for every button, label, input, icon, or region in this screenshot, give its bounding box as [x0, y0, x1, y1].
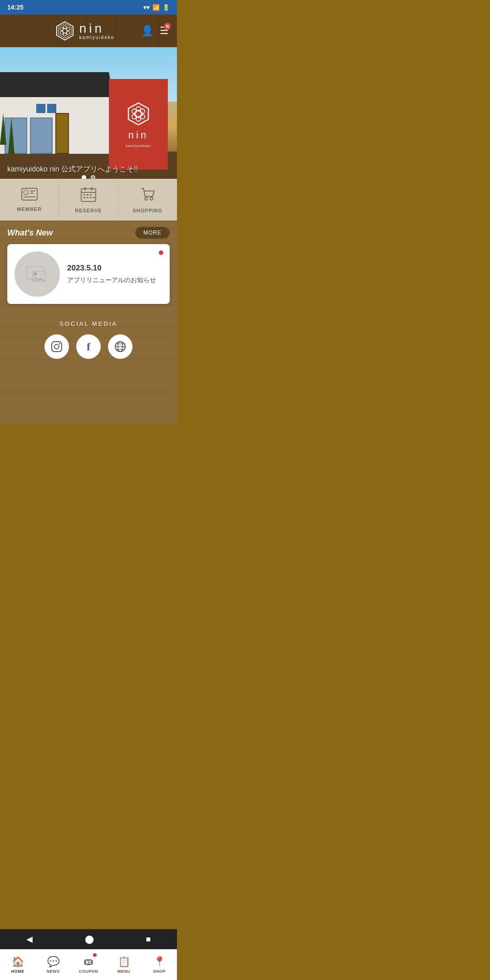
reserve-label: RESERVE — [75, 208, 102, 213]
hero-pagination-dots — [82, 175, 95, 179]
news-date: 2023.5.10 — [67, 264, 162, 273]
svg-rect-30 — [87, 197, 88, 198]
logo-hex-icon — [55, 21, 75, 41]
website-button[interactable] — [108, 334, 132, 359]
svg-rect-31 — [90, 197, 92, 198]
hero-banner: nin kamiyuidoko kamiyuidoko nin 公式アプリへよう… — [0, 47, 177, 179]
svg-point-33 — [145, 197, 147, 200]
tree-icon — [8, 118, 15, 154]
header-actions[interactable]: 👤 ☰ N — [141, 25, 169, 37]
member-icon — [21, 188, 38, 204]
more-button[interactable]: MORE — [135, 227, 170, 239]
app-header: nin kamiyuidoko 👤 ☰ N — [0, 15, 177, 47]
news-content: 2023.5.10 アプリリニューアルのお知らせ — [67, 264, 162, 284]
facebook-icon: f — [87, 341, 90, 353]
svg-rect-18 — [24, 190, 28, 195]
shopping-menu-item[interactable]: SHOPPING — [118, 179, 177, 220]
hero-caption: kamiyuidoko nin 公式アプリへようこそ!! — [7, 165, 138, 174]
social-icons-row: f — [44, 334, 132, 359]
menu-badge: N — [164, 23, 171, 30]
shopping-icon — [140, 186, 155, 205]
social-label: SOCIAL MEDIA — [59, 320, 118, 327]
svg-rect-38 — [52, 342, 62, 352]
svg-rect-32 — [93, 197, 95, 198]
news-unread-indicator — [159, 250, 163, 255]
news-text: アプリリニューアルのお知らせ — [67, 276, 162, 284]
header-logo: nin kamiyuidoko — [55, 21, 115, 41]
svg-rect-28 — [90, 194, 92, 196]
svg-rect-26 — [83, 194, 85, 196]
shopping-label: SHOPPING — [132, 208, 162, 213]
logo-name: nin — [79, 22, 115, 35]
reserve-menu-item[interactable]: RESERVE — [59, 179, 118, 220]
social-section: SOCIAL MEDIA f — [0, 311, 177, 370]
menu-icon[interactable]: ☰ N — [160, 25, 169, 37]
hero-roof — [0, 72, 113, 97]
svg-point-4 — [66, 28, 69, 31]
svg-rect-23 — [84, 187, 86, 191]
member-menu-item[interactable]: MEMBER — [0, 179, 59, 220]
profile-icon[interactable]: 👤 — [141, 25, 153, 37]
hero-dot-1[interactable] — [82, 175, 86, 179]
status-bar: 14:25 ▾▾ 📶 🔋 — [0, 0, 177, 15]
facebook-button[interactable]: f — [76, 334, 101, 359]
svg-rect-29 — [83, 197, 85, 198]
svg-point-39 — [54, 344, 59, 349]
hero-large-window — [30, 118, 53, 154]
svg-rect-19 — [30, 191, 35, 191]
hero-window — [36, 104, 45, 113]
status-icons: ▾▾ 📶 🔋 — [143, 4, 170, 11]
whats-new-header: What's New MORE — [0, 220, 177, 244]
instagram-button[interactable] — [44, 334, 69, 359]
status-time: 14:25 — [7, 4, 24, 11]
tree-icon — [0, 113, 6, 145]
brand-banner-text: nin — [128, 129, 148, 141]
reserve-icon — [81, 186, 96, 205]
hero-building-wall — [0, 95, 109, 154]
svg-marker-0 — [57, 22, 73, 40]
whats-new-section: What's New MORE 2023.5.10 アプリリニューアルのお知らせ… — [0, 220, 177, 424]
svg-point-5 — [66, 31, 69, 34]
svg-point-37 — [34, 272, 37, 276]
hero-dot-2[interactable] — [91, 175, 95, 179]
hero-trees — [0, 113, 15, 154]
logo-sub: kamiyuidoko — [79, 35, 115, 40]
svg-point-8 — [60, 28, 63, 31]
hero-window — [47, 104, 56, 113]
svg-rect-24 — [91, 187, 93, 191]
quick-menu: MEMBER RESERVE — [0, 179, 177, 220]
bottom-spacer — [0, 370, 177, 424]
svg-rect-27 — [87, 194, 88, 196]
svg-point-40 — [59, 343, 60, 344]
hero-brand-banner: nin kamiyuidoko — [109, 79, 168, 170]
wifi-icon: ▾▾ — [143, 4, 150, 11]
news-card[interactable]: 2023.5.10 アプリリニューアルのお知らせ — [7, 244, 170, 304]
battery-icon: 🔋 — [162, 4, 170, 11]
hero-windows — [36, 104, 56, 113]
signal-icon: 📶 — [152, 4, 160, 11]
svg-rect-25 — [81, 192, 96, 193]
svg-rect-20 — [30, 193, 34, 194]
photo-placeholder-icon — [26, 265, 48, 283]
svg-point-7 — [60, 31, 63, 34]
brand-banner-hex-icon — [126, 101, 151, 127]
svg-rect-21 — [24, 196, 35, 197]
hero-pillar — [55, 113, 69, 154]
news-thumbnail — [15, 251, 60, 297]
svg-point-34 — [150, 197, 153, 200]
brand-banner-sub: kamiyuidoko — [126, 144, 151, 148]
logo-text-group: nin kamiyuidoko — [79, 22, 115, 40]
whats-new-title: What's New — [7, 228, 53, 238]
member-label: MEMBER — [17, 206, 42, 212]
